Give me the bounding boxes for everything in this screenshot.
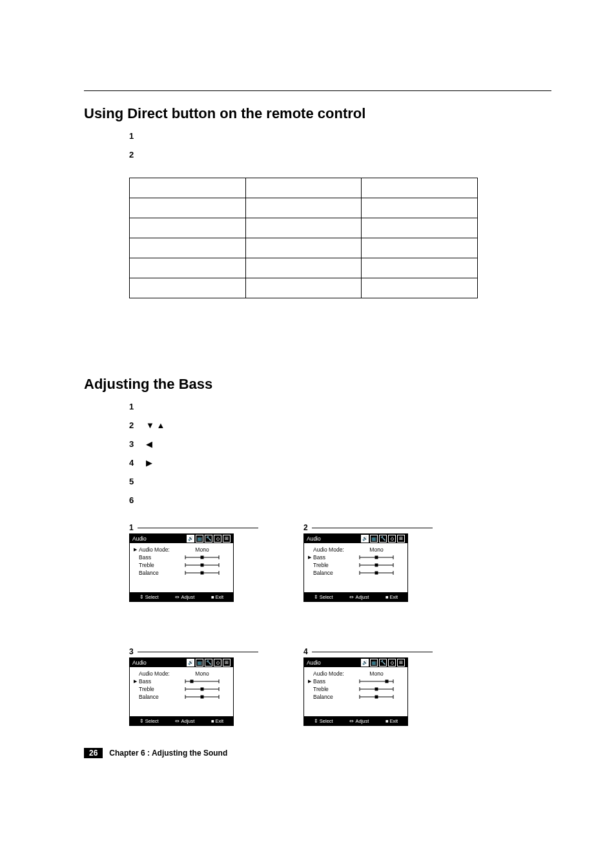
panel-number: 4 [303,647,433,656]
osd-body: Audio Mode:Mono▶BassTrebleBalance [304,667,407,716]
osd-footer: SelectAdjustExit [304,592,407,601]
osd-footer: SelectAdjustExit [304,716,407,725]
slider [185,564,219,566]
panel-number: 2 [303,523,433,532]
osd-tab-icon: 🔊 [361,659,369,667]
step: 6 [129,495,551,505]
footer-adjust: Adjust [349,718,369,724]
slider [185,696,219,698]
osd-title: Audio [132,659,185,666]
osd-row: ▶Bass [308,553,404,561]
osd-tab-icon: 🔊 [361,535,369,543]
step-body: ▼ ▲ [146,420,551,430]
step-number: 5 [129,477,138,486]
osd-panel: 2Audio🔊📺🔧⏲⊞Audio Mode:Mono▶BassTrebleBal… [303,523,433,602]
row-pointer-icon: ▶ [134,547,139,552]
slider [360,680,393,683]
osd-title: Audio [132,535,185,542]
osd-row-label: Treble [139,686,175,692]
step-number: 1 [129,131,138,141]
osd-body: Audio Mode:Mono▶BassTrebleBalance [304,543,407,592]
osd-row-label: Audio Mode: [313,546,349,553]
osd-row: Treble [308,561,404,569]
row-pointer-icon: ▶ [308,679,313,684]
footer-adjust: Adjust [349,594,369,600]
osd-window: Audio🔊📺🔧⏲⊞Audio Mode:Mono▶BassTrebleBala… [303,657,408,726]
slider [185,680,219,683]
osd-tab-icon: 📺 [370,535,378,543]
slider [360,564,393,566]
section1-steps: 1 2 [129,131,551,160]
osd-footer: SelectAdjustExit [130,716,233,725]
slider [360,572,393,574]
osd-title: Audio [307,659,360,666]
osd-row-value [175,696,229,698]
osd-row-value [175,688,229,690]
slider [185,688,219,690]
step: 2 [129,150,551,160]
panel-number: 3 [129,647,258,656]
osd-tab-icon: 🔧 [205,659,212,667]
step-body: ◀ [146,439,551,449]
osd-row: ▶Audio Mode:Mono [134,546,229,553]
osd-title: Audio [307,535,360,542]
osd-row: Audio Mode:Mono [308,670,404,677]
osd-row: Balance [308,693,404,701]
footer-select: Select [314,594,333,600]
step: 4▶ [129,458,551,468]
osd-panel: 4Audio🔊📺🔧⏲⊞Audio Mode:Mono▶BassTrebleBal… [303,647,433,726]
osd-row-value [175,572,229,574]
osd-tab-icon: 🔧 [379,535,387,543]
page-footer: 26 Chapter 6 : Adjusting the Sound [84,748,551,758]
step: 1 [129,402,551,411]
row-pointer-icon: ▶ [134,679,139,684]
osd-row: Balance [308,569,404,577]
section2-title: Adjusting the Bass [84,376,551,393]
osd-row-label: Balance [313,694,349,700]
osd-row-label: Balance [139,694,175,700]
step-number: 6 [129,495,138,505]
footer-select: Select [139,594,159,600]
osd-panel: 3Audio🔊📺🔧⏲⊞Audio Mode:Mono▶BassTrebleBal… [129,647,258,726]
slider [360,696,393,698]
osd-row-label: Bass [313,554,349,561]
osd-row-label: Bass [139,554,175,561]
slider [185,556,219,559]
osd-row-value [349,564,404,566]
osd-titlebar: Audio🔊📺🔧⏲⊞ [304,534,407,543]
slider [360,688,393,690]
step-number: 3 [129,439,138,449]
section2-steps: 12▼ ▲3◀4▶56 [129,402,551,505]
footer-exit: Exit [211,594,223,600]
osd-tab-icon: ⊞ [397,535,405,543]
osd-row: Bass [134,553,229,561]
osd-row: Treble [134,561,229,569]
step: 5 [129,477,551,486]
osd-tab-icon: ⏲ [214,535,221,543]
slider [360,556,393,559]
step-number: 2 [129,150,138,160]
step-number: 1 [129,402,138,411]
osd-tab-icon: 🔊 [187,535,194,543]
osd-tab-icon: ⏲ [388,535,396,543]
osd-row-value: Mono [175,670,229,677]
step-number: 2 [129,420,138,430]
footer-exit: Exit [385,594,398,600]
step-number: 4 [129,458,138,468]
osd-row-label: Audio Mode: [139,670,175,677]
osd-row-label: Audio Mode: [313,670,349,677]
osd-tab-icon: 📺 [196,659,203,667]
step-body: ▶ [146,458,551,468]
osd-row-label: Treble [139,562,175,568]
osd-tab-icon: ⊞ [223,535,231,543]
osd-row-label: Balance [313,570,349,576]
section1-title: Using Direct button on the remote contro… [84,105,551,122]
osd-footer: SelectAdjustExit [130,592,233,601]
osd-row: ▶Bass [134,677,229,685]
footer-exit: Exit [211,718,223,724]
osd-row: Audio Mode:Mono [134,670,229,677]
osd-row-label: Treble [313,562,349,568]
osd-window: Audio🔊📺🔧⏲⊞▶Audio Mode:MonoBassTrebleBala… [129,533,234,602]
osd-row-value [349,688,404,690]
osd-row-label: Bass [139,678,175,685]
